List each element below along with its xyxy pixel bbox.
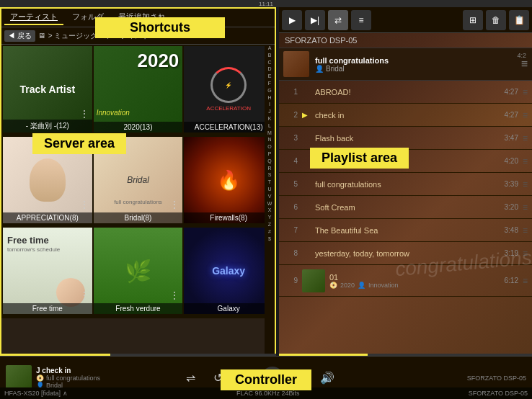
alpha-p[interactable]: P <box>268 151 272 158</box>
track-menu-icon[interactable]: ≡ <box>523 225 528 236</box>
track-row[interactable]: 1 ABROAD! 4:27 ≡ <box>279 81 532 104</box>
alpha-e[interactable]: E <box>268 73 272 80</box>
grid-item-label: Firewalls(8) <box>184 212 273 223</box>
track-menu-icon[interactable]: ≡ <box>523 87 528 97</box>
track-duration: 4:27 <box>505 111 518 119</box>
alpha-h[interactable]: H <box>267 94 271 102</box>
alpha-o[interactable]: O <box>267 143 271 151</box>
track-number: 2 <box>283 111 298 119</box>
grid-item-galaxy[interactable]: Galaxy ⋮ Galaxy <box>184 228 273 314</box>
track-row[interactable]: 3 Flash back 3:47 ≡ <box>279 127 532 150</box>
alpha-q[interactable]: Q <box>267 158 271 165</box>
alpha-w[interactable]: W <box>267 200 272 207</box>
volume-button[interactable]: 🔊 <box>316 367 339 390</box>
alpha-v[interactable]: V <box>268 193 272 200</box>
alpha-k[interactable]: K <box>268 115 272 122</box>
grid-item-track-artist[interactable]: Track Artist ⋮ - 楽曲別 -(12) <box>3 46 92 133</box>
alpha-b[interactable]: B <box>268 52 272 59</box>
grid-item-label: Fresh verdure <box>94 303 183 314</box>
settings-button[interactable]: ≡ <box>351 10 371 30</box>
alpha-r[interactable]: R <box>267 165 271 172</box>
track-list: 1 ABROAD! 4:27 ≡ 2 ▶ check in 4:27 ≡ 3 F… <box>279 81 532 297</box>
alpha-a[interactable]: A <box>268 45 272 52</box>
alpha-l[interactable]: L <box>268 122 271 130</box>
track-number: 3 <box>283 134 298 142</box>
grid-item-freetime[interactable]: Free time tomorrow's schedule ⋮ Free tim… <box>3 228 92 314</box>
now-playing-thumb <box>283 51 309 77</box>
controller-right: SFORZATO DSP-05 <box>396 375 526 382</box>
alpha-g[interactable]: G <box>267 87 271 94</box>
person-icon: 👤 <box>315 65 324 73</box>
item-menu-icon[interactable]: ⋮ <box>79 290 89 301</box>
alpha-s[interactable]: S <box>268 171 272 179</box>
shuffle-button[interactable]: ⇌ <box>179 367 202 390</box>
now-playing-row: full congratulations 👤 Bridal ≡ <box>279 48 532 81</box>
track-menu-icon[interactable]: ≡ <box>523 133 528 143</box>
track-row[interactable]: 2 ▶ check in 4:27 ≡ <box>279 104 532 127</box>
grid-view-button[interactable]: ⊞ <box>463 10 483 30</box>
track-menu-icon[interactable]: ≡ <box>523 276 528 286</box>
grid-item-freshverdure[interactable]: 🌿 ⋮ Fresh verdure <box>94 228 183 314</box>
track-menu-icon[interactable]: ≡ <box>523 248 528 259</box>
track-title: ABROAD! <box>315 88 505 97</box>
clipboard-button[interactable]: 📋 <box>509 10 529 30</box>
item-menu-icon[interactable]: ⋮ <box>169 199 179 210</box>
track-row[interactable]: 5 full congratulations 3:39 ≡ <box>279 173 532 196</box>
track-menu-icon[interactable]: ≡ <box>523 179 528 189</box>
play-button[interactable]: ▶ <box>282 10 302 30</box>
tab-artists[interactable]: アーティスト <box>4 10 63 25</box>
alpha-y[interactable]: Y <box>268 214 272 221</box>
track-row[interactable]: 6 Soft Cream 3:20 ≡ <box>279 196 532 219</box>
track-title: 01 <box>329 273 505 282</box>
item-menu-icon[interactable]: ⋮ <box>169 290 179 301</box>
item-menu-icon[interactable]: ⋮ <box>79 108 89 120</box>
grid-item-2020[interactable]: 2020 Innovation 2020(13) <box>94 46 183 133</box>
alpha-d[interactable]: D <box>267 66 271 73</box>
alpha-u[interactable]: U <box>267 186 271 193</box>
bridal-subtext: full congratulations <box>114 199 162 205</box>
face-shape <box>30 158 66 202</box>
next-track-button[interactable]: ▶| <box>305 10 325 30</box>
track-row[interactable]: 7 The Beautiful Sea 3:48 ≡ <box>279 219 532 242</box>
ctrl-subtitle: 📀 full congratulations <box>36 375 121 382</box>
now-playing-menu[interactable]: ≡ <box>521 58 528 71</box>
alpha-i[interactable]: I <box>269 101 270 108</box>
grid-item-acceleration[interactable]: ⚡ ACCELERATION ACCELERATION(13) <box>184 46 273 133</box>
track-menu-icon[interactable]: ≡ <box>523 202 528 212</box>
alpha-z[interactable]: Z <box>268 221 271 228</box>
track-row-thumb[interactable]: 9 01 📀 2020 👤 Innovation 6:12 ≡ <box>279 265 532 297</box>
now-playing-title: full congratulations <box>315 56 515 65</box>
alpha-j[interactable]: J <box>268 108 271 115</box>
delete-button[interactable]: 🗑 <box>486 10 506 30</box>
grid-item-firewalls[interactable]: 🔥 ⋮ Firewalls(8) <box>184 137 273 223</box>
device-name: SFORZATO DSP-05 <box>279 33 532 48</box>
track-menu-icon[interactable]: ≡ <box>523 156 528 166</box>
album-name: 2020 <box>340 282 355 289</box>
track-thumb-info: 01 📀 2020 👤 Innovation <box>329 273 505 289</box>
alpha-hash[interactable]: # <box>268 228 271 236</box>
track-number: 4 <box>283 157 298 165</box>
alpha-n[interactable]: N <box>267 136 271 143</box>
alpha-x[interactable]: X <box>268 207 272 214</box>
alpha-f[interactable]: F <box>268 80 271 87</box>
shuffle-button[interactable]: ⇄ <box>328 10 348 30</box>
galaxy-thumb: Galaxy <box>184 228 273 314</box>
back-button[interactable]: ◀ 戻る <box>4 30 35 42</box>
status-left[interactable]: HFAS-XS20 [fidata] ∧ <box>4 390 68 397</box>
grid-item-label: Bridal(8) <box>94 212 183 223</box>
track-menu-icon[interactable]: ≡ <box>523 110 528 120</box>
transport-right-buttons: ⊞ 🗑 📋 <box>463 10 529 30</box>
alpha-dollar[interactable]: $ <box>268 236 271 243</box>
track-duration: 3:47 <box>505 134 518 142</box>
freetime-thumb: Free time tomorrow's schedule <box>3 228 92 314</box>
alpha-m[interactable]: M <box>267 130 272 137</box>
disc-icon: 📀 <box>36 375 44 382</box>
track-row[interactable]: 8 yesterday, today, tomorrow 3:19 ≡ <box>279 242 532 265</box>
freshverdure-thumb: 🌿 <box>94 228 183 314</box>
alpha-t[interactable]: T <box>268 179 271 186</box>
item-menu-icon[interactable]: ⋮ <box>79 199 89 210</box>
speedometer-thumb: ⚡ ACCELERATION <box>184 46 273 133</box>
album-grid: Track Artist ⋮ - 楽曲別 -(12) 2020 Innovati… <box>1 45 275 318</box>
track-duration: 4:20 <box>505 157 518 165</box>
alpha-c[interactable]: C <box>267 59 271 66</box>
